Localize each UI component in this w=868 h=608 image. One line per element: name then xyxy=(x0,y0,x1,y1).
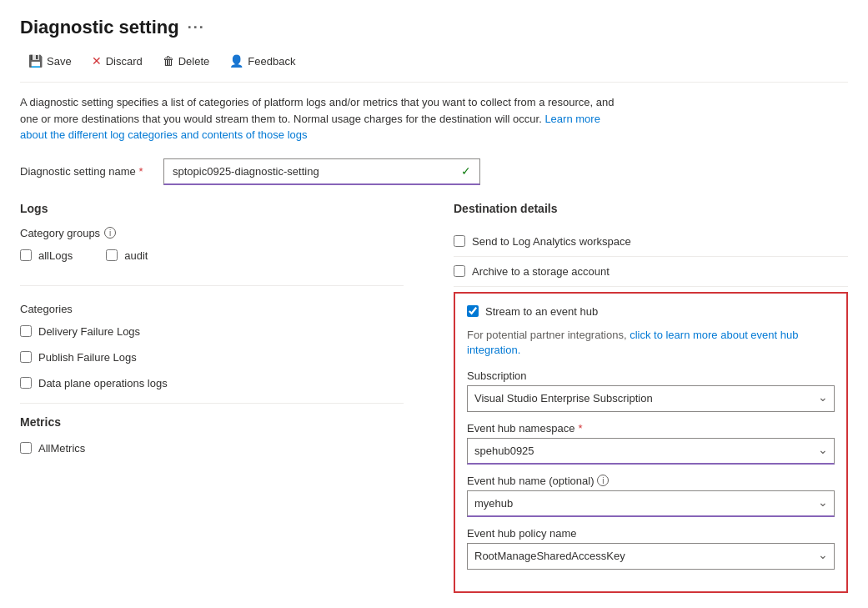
send-partner-row: Send to partner solution xyxy=(454,598,848,608)
categories-label: Categories xyxy=(20,303,404,315)
event-hub-name-label: Event hub name (optional) i xyxy=(467,475,835,487)
delivery-failure-checkbox[interactable] xyxy=(20,325,32,337)
discard-icon: ✕ xyxy=(92,54,102,68)
publish-failure-checkbox[interactable] xyxy=(20,351,32,363)
subscription-label: Subscription xyxy=(467,369,835,382)
all-metrics-row: AllMetrics xyxy=(20,440,404,456)
description-text: A diagnostic setting specifies a list of… xyxy=(20,94,620,143)
categories-section: Categories Delivery Failure Logs Publish… xyxy=(20,303,404,391)
destination-title: Destination details xyxy=(454,202,848,215)
all-metrics-label: AllMetrics xyxy=(38,442,85,455)
discard-button[interactable]: ✕ Discard xyxy=(83,50,151,72)
delete-label: Delete xyxy=(178,55,210,68)
allLogs-checkbox[interactable] xyxy=(20,249,32,261)
divider-2 xyxy=(20,403,404,404)
storage-account-checkbox[interactable] xyxy=(454,265,465,277)
event-hub-name-info-icon[interactable]: i xyxy=(597,475,609,486)
allLogs-row: allLogs xyxy=(20,248,73,264)
description-main: A diagnostic setting specifies a list of… xyxy=(20,96,614,125)
storage-account-label: Archive to a storage account xyxy=(472,265,610,278)
event-hub-name-select[interactable]: myehub xyxy=(467,490,835,517)
category-groups-info-icon[interactable]: i xyxy=(104,227,116,239)
page-title-text: Diagnostic setting xyxy=(20,17,179,38)
delivery-failure-row: Delivery Failure Logs xyxy=(20,324,404,339)
feedback-icon: 👤 xyxy=(229,54,243,68)
event-hub-policy-select[interactable]: RootManageSharedAccessKey xyxy=(467,543,835,570)
audit-checkbox[interactable] xyxy=(106,249,118,261)
event-hub-policy-select-wrapper: RootManageSharedAccessKey xyxy=(467,543,835,570)
data-plane-label: Data plane operations logs xyxy=(38,377,168,389)
all-metrics-checkbox[interactable] xyxy=(20,442,32,454)
checkmark-icon: ✓ xyxy=(461,164,471,178)
event-hub-section: Stream to an event hub For potential par… xyxy=(454,292,848,593)
subscription-group: Subscription Visual Studio Enterprise Su… xyxy=(467,369,835,412)
event-hub-namespace-group: Event hub namespace * spehub0925 xyxy=(467,422,835,465)
delete-button[interactable]: 🗑 Delete xyxy=(154,50,218,72)
toolbar: 💾 Save ✕ Discard 🗑 Delete 👤 Feedback xyxy=(20,50,848,83)
category-groups-label: Category groups i xyxy=(20,227,404,239)
event-hub-namespace-select[interactable]: spehub0925 xyxy=(467,438,835,465)
more-options-icon[interactable]: ··· xyxy=(188,19,205,37)
logs-section-title: Logs xyxy=(20,202,404,215)
discard-label: Discard xyxy=(106,55,143,68)
log-analytics-label: Send to Log Analytics workspace xyxy=(472,235,631,248)
publish-failure-row: Publish Failure Logs xyxy=(20,349,404,365)
save-button[interactable]: 💾 Save xyxy=(20,50,80,72)
delivery-failure-label: Delivery Failure Logs xyxy=(38,325,140,338)
log-analytics-row: Send to Log Analytics workspace xyxy=(454,227,848,257)
category-groups-checkboxes: allLogs audit xyxy=(20,248,404,274)
storage-account-row: Archive to a storage account xyxy=(454,257,848,287)
audit-row: audit xyxy=(106,248,148,264)
allLogs-label: allLogs xyxy=(38,249,73,262)
save-icon: 💾 xyxy=(28,54,43,68)
event-hub-name-group: Event hub name (optional) i myehub xyxy=(467,475,835,517)
event-hub-label: Stream to an event hub xyxy=(485,305,598,318)
data-plane-row: Data plane operations logs xyxy=(20,375,404,391)
audit-label: audit xyxy=(124,249,148,262)
log-analytics-checkbox[interactable] xyxy=(454,235,465,247)
left-panel: Logs Category groups i allLogs audit Cat… xyxy=(20,202,404,609)
event-hub-policy-group: Event hub policy name RootManageSharedAc… xyxy=(467,527,835,570)
diagnostic-name-label: Diagnostic setting name * xyxy=(20,165,153,178)
right-panel: Destination details Send to Log Analytic… xyxy=(454,202,848,609)
delete-icon: 🗑 xyxy=(163,54,174,68)
page-title: Diagnostic setting ··· xyxy=(20,17,848,38)
event-hub-policy-label: Event hub policy name xyxy=(467,527,835,540)
save-label: Save xyxy=(47,55,72,68)
event-hub-header: Stream to an event hub xyxy=(467,305,835,318)
event-hub-namespace-select-wrapper: spehub0925 xyxy=(467,438,835,465)
event-hub-name-select-wrapper: myehub xyxy=(467,490,835,517)
subscription-select[interactable]: Visual Studio Enterprise Subscription xyxy=(467,385,835,412)
event-hub-note: For potential partner integrations, clic… xyxy=(467,328,835,358)
diagnostic-name-row: Diagnostic setting name * sptopic0925-di… xyxy=(20,158,848,185)
event-hub-namespace-label: Event hub namespace * xyxy=(467,422,835,435)
main-content: Logs Category groups i allLogs audit Cat… xyxy=(20,202,848,609)
feedback-button[interactable]: 👤 Feedback xyxy=(221,50,304,72)
publish-failure-label: Publish Failure Logs xyxy=(38,351,137,364)
metrics-section-title: Metrics xyxy=(20,415,404,429)
subscription-select-wrapper: Visual Studio Enterprise Subscription xyxy=(467,385,835,412)
feedback-label: Feedback xyxy=(248,55,295,68)
event-hub-checkbox[interactable] xyxy=(467,305,479,317)
diagnostic-name-input[interactable]: sptopic0925-diagnostic-setting ✓ xyxy=(163,158,480,185)
data-plane-checkbox[interactable] xyxy=(20,377,32,389)
divider-1 xyxy=(20,285,404,286)
